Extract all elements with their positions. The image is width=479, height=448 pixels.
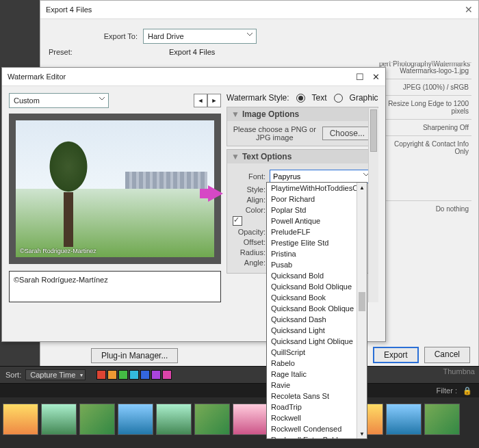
cancel-button[interactable]: Cancel — [424, 347, 470, 363]
font-option[interactable]: PlaytimeWithHotToddiesOblique — [267, 183, 367, 194]
font-option[interactable]: Rabelo — [267, 358, 367, 369]
maximize-icon[interactable]: ☐ — [356, 72, 364, 82]
font-option[interactable]: Powell Antique — [267, 215, 367, 226]
filmstrip[interactable] — [0, 397, 479, 441]
export-titlebar: Export 4 Files ✕ — [40, 1, 478, 19]
prev-arrow-button[interactable]: ◄ — [194, 94, 207, 107]
chevron-down-icon — [246, 31, 253, 38]
shadow-checkbox[interactable] — [233, 216, 242, 226]
setting-metadata: Copyright & Contact Info Only — [379, 135, 471, 159]
thumbnail[interactable] — [424, 404, 460, 435]
watermark-preset-select[interactable]: Custom — [9, 93, 109, 108]
color-swatch[interactable] — [118, 370, 128, 380]
style-text-radio[interactable] — [296, 94, 305, 103]
preset-header: Export 4 Files — [169, 48, 215, 56]
font-option[interactable]: Quicksand Dash — [267, 314, 367, 325]
thumbnail[interactable] — [233, 404, 268, 435]
thumbnail[interactable] — [79, 404, 115, 435]
image-options-hint: Please choose a PNG or JPG image — [233, 125, 317, 142]
preview-skyline — [125, 172, 207, 189]
close-icon[interactable]: ✕ — [372, 72, 380, 82]
style-graphic-label: Graphic — [350, 93, 378, 103]
export-to-label: Export To: — [49, 32, 143, 40]
font-label: Font: — [233, 172, 270, 181]
color-label: Color: — [233, 206, 270, 214]
watermark-titlebar: Watermark Editor ☐ ✕ — [2, 68, 385, 86]
choose-image-button[interactable]: Choose... — [322, 127, 372, 140]
preview-image: ©Sarah Rodriguez-Martinez — [16, 120, 214, 257]
watermark-text-input[interactable]: ©Sarah Rodríguez-Martínez — [9, 271, 221, 302]
color-swatch[interactable] — [96, 370, 106, 380]
scrollbar-thumb[interactable] — [359, 292, 365, 311]
style-graphic-radio[interactable] — [334, 94, 343, 103]
thumbnail[interactable] — [3, 404, 38, 435]
font-option[interactable]: Poplar Std — [267, 205, 367, 215]
thumbnail[interactable] — [194, 404, 230, 435]
font-option[interactable]: Quicksand Light — [267, 325, 367, 336]
font-option[interactable]: Prestige Elite Std — [267, 237, 367, 248]
setting-resize: Resize Long Edge to 1200 pixels — [379, 95, 471, 119]
align-label: Align: — [233, 196, 270, 204]
thumbnail[interactable] — [156, 404, 192, 435]
setting-postprocess: Do nothing — [379, 200, 471, 217]
filter-label: Filter : — [436, 386, 457, 395]
scroll-down-icon[interactable]: ▼ — [357, 429, 367, 438]
thumbnail[interactable] — [118, 404, 153, 435]
chevron-down-icon — [99, 96, 105, 103]
color-swatch[interactable] — [107, 370, 117, 380]
font-option[interactable]: Quicksand Bold Oblique — [267, 281, 367, 292]
text-options-header[interactable]: ▼Text Options — [227, 150, 378, 163]
font-option[interactable]: Ravie — [267, 380, 367, 391]
thumbnail[interactable] — [386, 404, 422, 435]
font-option[interactable]: Rockwell — [267, 412, 367, 423]
thumbnails-label: Thumbna — [443, 367, 475, 375]
font-option[interactable]: RoadTrip — [267, 401, 367, 412]
color-swatch[interactable] — [162, 370, 172, 380]
export-title: Export 4 Files — [46, 1, 92, 18]
watermark-title: Watermark Editor — [8, 73, 66, 81]
color-swatch[interactable] — [129, 370, 139, 380]
radius-label: Radius: — [233, 248, 270, 256]
plugin-manager-button[interactable]: Plug-in Manager... — [91, 348, 178, 363]
preset-label: Preset: — [49, 48, 81, 56]
scroll-up-icon[interactable]: ▲ — [357, 183, 367, 192]
watermark-overlay-text: ©Sarah Rodriguez-Martinez — [20, 248, 96, 254]
font-option[interactable]: Recoleta Sans St — [267, 391, 367, 401]
font-select[interactable]: Papyrus — [270, 170, 372, 183]
filter-lock-icon[interactable]: 🔒 — [463, 386, 472, 395]
thumbnail[interactable] — [41, 404, 77, 435]
opacity-label: Opacity: — [233, 228, 270, 236]
font-option[interactable]: Quicksand Book Oblique — [267, 303, 367, 314]
font-option[interactable]: Quicksand Light Oblique — [267, 336, 367, 347]
style-label: Style: — [233, 185, 270, 194]
font-dropdown-list[interactable]: PlaytimeWithHotToddiesObliquePoor Richar… — [266, 182, 367, 439]
next-arrow-button[interactable]: ► — [207, 94, 221, 107]
setting-format: JPEG (100%) / sRGB — [379, 79, 471, 95]
font-option[interactable]: PreludeFLF — [267, 226, 367, 237]
font-option[interactable]: Rockwell Condensed — [267, 423, 367, 434]
export-button[interactable]: Export — [373, 347, 419, 363]
image-options-header[interactable]: ▼Image Options — [227, 107, 378, 121]
dropdown-scrollbar[interactable]: ▲ ▼ — [357, 183, 367, 438]
watermark-style-label: Watermark Style: — [226, 93, 289, 103]
font-option[interactable]: Rage Italic — [267, 369, 367, 380]
export-settings-summary: Watermarks-logo-1.jpg JPEG (100%) / sRGB… — [379, 62, 471, 217]
color-swatch[interactable] — [151, 370, 161, 380]
font-option[interactable]: Quicksand Bold — [267, 270, 367, 281]
font-option[interactable]: Rockwell Extra Bold — [267, 434, 367, 439]
image-options-section: ▼Image Options Please choose a PNG or JP… — [226, 107, 378, 146]
font-option[interactable]: Pusab — [267, 259, 367, 270]
font-option[interactable]: QuillScript — [267, 347, 367, 358]
style-text-label: Text — [312, 93, 327, 103]
offset-label: Offset: — [233, 238, 270, 246]
color-swatch[interactable] — [140, 370, 150, 380]
angle-label: Angle: — [233, 259, 270, 267]
font-option[interactable]: Pristina — [267, 248, 367, 259]
close-icon[interactable]: ✕ — [465, 1, 473, 18]
sort-select[interactable]: Capture Time▾ — [25, 369, 86, 380]
export-to-select[interactable]: Hard Drive — [143, 29, 257, 44]
font-option[interactable]: Poor Richard — [267, 194, 367, 205]
scrollbar-thumb[interactable] — [370, 109, 377, 152]
options-scrollbar[interactable] — [368, 108, 378, 302]
font-option[interactable]: Quicksand Book — [267, 292, 367, 303]
